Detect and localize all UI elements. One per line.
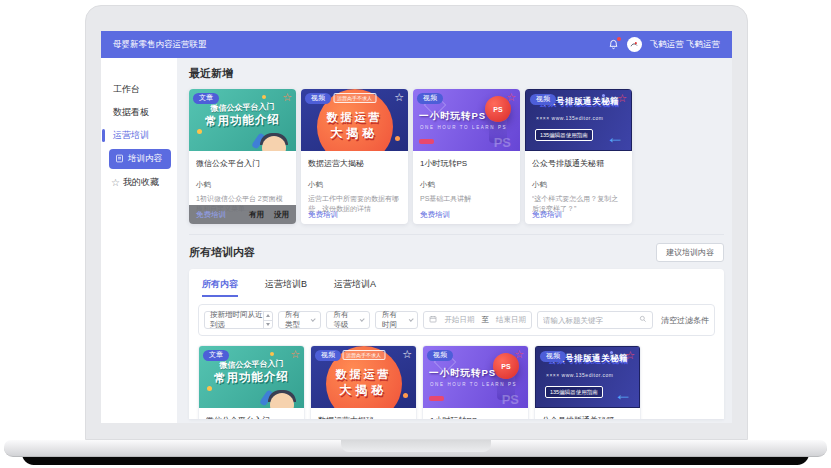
course-title: 数据运营大揭秘 <box>318 415 409 419</box>
course-cover: 视频 ☆ PS 一小时玩转PS ONE HOUR TO LEARN PS PS <box>423 346 528 408</box>
course-title: 微信公众平台入门 <box>206 415 297 419</box>
sidebar-item-dashboard[interactable]: 数据看板 <box>101 101 177 124</box>
favorite-star-icon[interactable]: ☆ <box>506 90 516 104</box>
favorite-star-icon[interactable]: ☆ <box>282 90 292 104</box>
sidebar-item-training-content[interactable]: 培训内容 <box>109 149 171 169</box>
tab-training-a[interactable]: 运营培训A <box>334 278 376 297</box>
spinner-down-icon[interactable] <box>266 323 270 326</box>
cover-tag: 135编辑器使用指南 <box>545 386 603 398</box>
free-training-label: 免费培训 <box>532 210 562 220</box>
course-title: 1小时玩转PS <box>430 415 521 419</box>
chevron-down-icon <box>311 317 316 322</box>
tab-bar: 所有内容 运营培训B 运营培训A <box>198 278 715 297</box>
chevron-down-icon <box>408 317 413 322</box>
free-training-label: 免费培训 <box>196 210 226 220</box>
sort-select[interactable]: 按新增时间从近到远 <box>204 311 273 329</box>
star-icon: ☆ <box>111 178 120 188</box>
course-cover: 视频 ☆ 公众号排版通关秘籍 ×××× www.135editor.com 13… <box>535 346 640 408</box>
search-icon[interactable] <box>639 315 647 325</box>
type-select-value: 所有类型 <box>285 310 305 330</box>
active-indicator <box>102 129 105 142</box>
notification-bell-icon[interactable] <box>608 39 619 50</box>
card-footer: 免费培训 <box>525 205 632 224</box>
sidebar-item-workbench[interactable]: 工作台 <box>101 78 177 101</box>
deco-dot <box>197 129 202 134</box>
laptop-screen: 母婴新零售内容运营联盟 飞鹤运营 飞鹤运营 <box>101 31 732 423</box>
header-right: 飞鹤运营 飞鹤运营 <box>608 37 720 52</box>
tab-training-b[interactable]: 运营培训B <box>265 278 307 297</box>
cover-subtitle: 大揭秘 <box>301 125 408 142</box>
cover-subtitle: 常用功能介绍 <box>189 111 296 130</box>
date-range-picker[interactable]: 开始日期 至 结束日期 <box>423 311 532 329</box>
sidebar-item-training[interactable]: 运营培训 <box>101 124 177 147</box>
not-useful-button[interactable]: 没用 <box>274 210 289 220</box>
section-divider <box>189 234 724 235</box>
course-card[interactable]: 文章 ☆ 微信公众平台入门 常用功能介绍 <box>198 345 305 419</box>
card-footer-overlay: 免费培训 有用 没用 <box>189 205 296 224</box>
time-select[interactable]: 所有时间 <box>375 311 419 329</box>
all-card-grid: 文章 ☆ 微信公众平台入门 常用功能介绍 <box>198 345 715 419</box>
chevron-down-icon <box>360 317 365 322</box>
sidebar-item-label: 我的收藏 <box>123 176 159 189</box>
course-cover: 文章 ☆ 微信公众平台入门 常用功能介绍 <box>189 89 296 151</box>
laptop-base <box>4 440 827 457</box>
course-card[interactable]: 视频 ☆ 公众号排版通关秘籍 ×××× www.135editor.com 13… <box>525 89 632 224</box>
clear-filters-link[interactable]: 清空过滤条件 <box>661 315 709 326</box>
deco-dot <box>207 386 212 391</box>
avatar[interactable] <box>627 37 642 52</box>
free-training-label: 免费培训 <box>420 210 450 220</box>
cover-url: ×××× www.135editor.com <box>536 372 639 378</box>
sidebar-item-label: 工作台 <box>113 83 140 96</box>
type-select[interactable]: 所有类型 <box>278 311 322 329</box>
left-arrow-icon: ← <box>606 128 624 146</box>
course-card[interactable]: 视频 ☆ 运营高手不求人 数据运营 大揭秘 <box>301 89 408 224</box>
level-select-value: 所有等级 <box>333 310 353 330</box>
course-card[interactable]: 文章 ☆ 微信公众平台入门 常用功能介绍 <box>189 89 296 224</box>
course-cover: 视频 ☆ 运营高手不求人 数据运营 大揭秘 <box>301 89 408 151</box>
search-input[interactable] <box>543 316 639 325</box>
type-badge: 文章 <box>203 350 229 361</box>
cover-watermark: PS <box>494 135 511 150</box>
all-content-panel: 所有内容 运营培训B 运营培训A 按新增时间从近到远 所有类型 <box>189 269 724 419</box>
favorite-star-icon[interactable]: ☆ <box>514 347 524 361</box>
course-card[interactable]: 视频 ☆ 公众号排版通关秘籍 ×××× www.135editor.com 13… <box>534 345 641 419</box>
type-badge: 文章 <box>193 93 219 104</box>
keyword-search[interactable] <box>537 311 653 329</box>
favorite-star-icon[interactable]: ☆ <box>625 348 635 362</box>
laptop-notch <box>341 440 491 452</box>
spinner-up-icon[interactable] <box>266 314 270 317</box>
type-badge: 视频 <box>540 351 566 362</box>
favorite-star-icon[interactable]: ☆ <box>394 90 404 104</box>
calendar-icon <box>429 315 437 325</box>
laptop-screen-bezel: 母婴新零售内容运营联盟 飞鹤运营 飞鹤运营 <box>85 5 748 440</box>
level-select[interactable]: 所有等级 <box>326 311 370 329</box>
notification-dot <box>617 37 621 41</box>
sidebar-item-favorites[interactable]: ☆ 我的收藏 <box>101 171 177 194</box>
all-section-title: 所有培训内容 <box>189 245 255 260</box>
course-card[interactable]: 视频 ☆ PS 一小时玩转PS ONE HOUR TO LEARN PS PS <box>422 345 529 419</box>
cover-subtitle: ONE HOUR TO LEARN PS <box>420 125 507 130</box>
favorite-star-icon[interactable]: ☆ <box>617 91 627 105</box>
course-card[interactable]: 视频 ☆ 运营高手不求人 数据运营 大揭秘 <box>310 345 417 419</box>
deco-tag <box>419 139 434 144</box>
favorite-star-icon[interactable]: ☆ <box>290 347 300 361</box>
end-date-placeholder: 结束日期 <box>496 315 526 325</box>
deco-dot <box>270 352 274 356</box>
tab-all-content[interactable]: 所有内容 <box>202 278 238 297</box>
course-title: 1小时玩转PS <box>420 158 513 169</box>
free-training-label: 免费培训 <box>308 210 338 220</box>
app-title: 母婴新零售内容运营联盟 <box>113 39 207 51</box>
course-cover: 文章 ☆ 微信公众平台入门 常用功能介绍 <box>199 346 304 408</box>
card-body: 微信公众平台入门 <box>199 408 304 419</box>
useful-button[interactable]: 有用 <box>249 210 264 220</box>
type-badge: 视频 <box>417 93 443 104</box>
recent-card-grid: 文章 ☆ 微信公众平台入门 常用功能介绍 <box>189 89 724 224</box>
course-card[interactable]: 视频 ☆ PS 一小时玩转PS ONE HOUR TO LEARN PS PS <box>413 89 520 224</box>
course-author: 小鹤 <box>420 180 513 190</box>
favorite-star-icon[interactable]: ☆ <box>402 347 412 361</box>
suggest-training-button[interactable]: 建议培训内容 <box>656 243 724 262</box>
user-name[interactable]: 飞鹤运营 飞鹤运营 <box>650 39 720 51</box>
sort-spinner[interactable] <box>263 312 272 328</box>
course-title: 数据运营大揭秘 <box>308 158 401 169</box>
deco-dot <box>262 95 266 99</box>
